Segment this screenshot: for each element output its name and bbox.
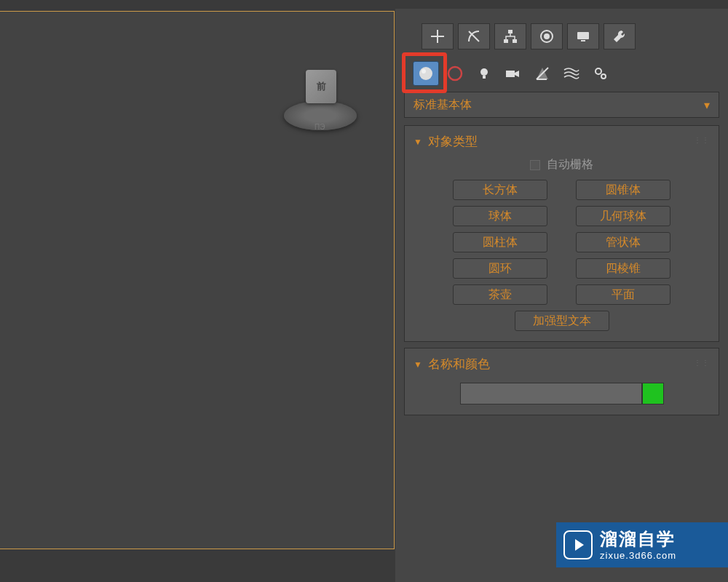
play-icon [575,539,584,551]
color-swatch[interactable] [642,383,664,404]
tab-motion[interactable] [531,23,563,49]
rollout-title: 名称和颜色 [428,356,490,372]
light-icon [476,65,492,81]
btn-textplus[interactable]: 加强型文本 [515,311,609,331]
watermark-title: 溜溜自学 [600,529,676,550]
svg-rect-0 [508,30,513,33]
btn-geosphere[interactable]: 几何球体 [576,206,670,226]
btn-plane[interactable]: 平面 [576,284,670,305]
watermark-text: 溜溜自学 zixue.3d66.com [600,529,676,561]
viewcube-ring-label: ПЭ [314,123,325,131]
wrench-icon [612,28,628,44]
motion-icon [539,28,555,44]
svg-point-8 [422,69,426,73]
create-subtab-row [395,54,728,92]
checkbox-icon[interactable] [530,160,540,170]
watermark-url: zixue.3d66.com [600,550,676,562]
plus-icon [430,28,446,44]
tab-display[interactable] [567,23,599,49]
viewcube-widget[interactable]: 前 ПЭ [284,66,357,139]
subtab-lights[interactable] [471,61,497,86]
subtab-cameras[interactable] [500,61,526,86]
display-icon [575,28,591,44]
grip-icon[interactable]: ⋮⋮ [694,359,710,367]
helper-icon [534,65,550,81]
camera-icon [505,65,522,81]
svg-point-4 [544,33,550,39]
tab-hierarchy[interactable] [494,23,526,49]
name-color-row [414,383,710,404]
viewcube-face[interactable]: 前 [306,70,336,103]
btn-torus[interactable]: 圆环 [453,258,547,279]
main-tab-row [395,9,728,54]
btn-tube[interactable]: 管状体 [576,232,670,252]
rollout-header-object-type[interactable]: ▼ 对象类型 ⋮⋮ [414,133,710,150]
subtab-spacewarps[interactable] [558,61,585,86]
geometry-category-dropdown[interactable]: 标准基本体 ▾ [404,92,719,118]
svg-rect-2 [513,39,517,43]
svg-rect-11 [483,76,486,79]
shapes-icon [446,65,464,82]
btn-teapot[interactable]: 茶壶 [453,284,547,305]
rollout-header-name-color[interactable]: ▼ 名称和颜色 ⋮⋮ [414,356,710,372]
tab-modify[interactable] [458,23,490,49]
subtab-helpers[interactable] [529,61,555,86]
subtab-systems[interactable] [587,61,614,86]
btn-box[interactable]: 长方体 [453,180,547,200]
hierarchy-icon [502,28,518,44]
object-button-grid: 长方体 圆锥体 球体 几何球体 圆柱体 管状体 圆环 四棱锥 茶壶 平面 加强型… [414,180,710,331]
svg-rect-5 [577,32,589,39]
btn-sphere[interactable]: 球体 [453,206,547,226]
autogrid-label: 自动栅格 [547,158,593,170]
rollout-title: 对象类型 [428,133,478,150]
command-panel: 标准基本体 ▾ ▼ 对象类型 ⋮⋮ 自动栅格 长方体 圆锥体 球体 几何球体 圆… [395,9,728,582]
svg-point-13 [596,68,601,74]
collapse-arrow-icon: ▼ [414,359,422,370]
svg-point-7 [419,67,432,80]
subtab-geometry[interactable] [413,61,439,86]
chevron-down-icon: ▾ [704,98,710,112]
btn-cylinder[interactable]: 圆柱体 [453,232,547,252]
object-name-input[interactable] [460,383,642,404]
svg-point-9 [448,67,462,80]
tab-create[interactable] [422,23,454,49]
subtab-shapes[interactable] [442,61,468,86]
tab-utilities[interactable] [604,23,636,49]
watermark: 溜溜自学 zixue.3d66.com [556,522,728,567]
modify-icon [466,28,482,44]
svg-point-10 [480,68,488,76]
dropdown-label: 标准基本体 [414,97,472,113]
svg-rect-6 [581,40,585,41]
grip-icon[interactable]: ⋮⋮ [694,136,710,144]
autogrid-checkbox-row[interactable]: 自动栅格 [414,157,710,172]
rollout-object-type: ▼ 对象类型 ⋮⋮ 自动栅格 长方体 圆锥体 球体 几何球体 圆柱体 管状体 圆… [404,125,719,342]
collapse-arrow-icon: ▼ [414,137,422,147]
viewport[interactable]: 前 ПЭ [0,11,395,549]
svg-rect-1 [504,39,508,43]
svg-rect-12 [506,71,515,77]
watermark-logo [563,530,593,559]
btn-pyramid[interactable]: 四棱锥 [576,258,670,279]
rollout-name-color: ▼ 名称和颜色 ⋮⋮ [404,348,719,415]
svg-point-14 [601,74,606,79]
btn-cone[interactable]: 圆锥体 [576,180,670,200]
sphere-icon [417,65,435,82]
spacewarp-icon [563,65,580,81]
gears-icon [593,65,609,81]
